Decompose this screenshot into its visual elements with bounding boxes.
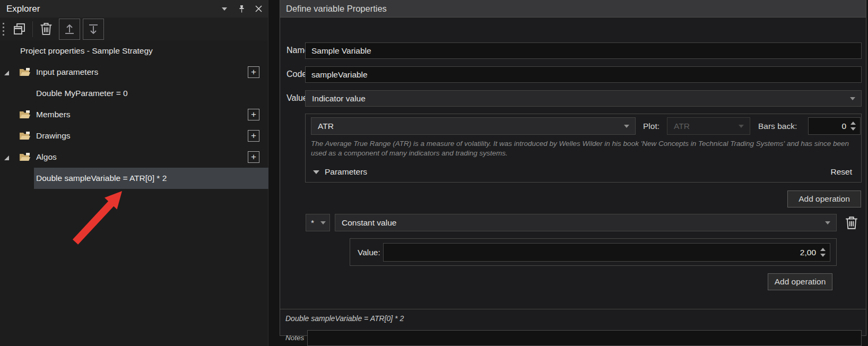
- add-operation-button[interactable]: Add operation: [768, 273, 832, 290]
- tree-label: Double MyParameter = 0: [36, 89, 128, 98]
- spinner-down-icon[interactable]: [850, 127, 856, 131]
- tree-row-members[interactable]: Members: [0, 104, 268, 125]
- constant-value-spinner[interactable]: 2,00: [383, 243, 830, 262]
- add-item-button[interactable]: [248, 151, 259, 163]
- tree-row-myparameter[interactable]: Double MyParameter = 0: [0, 83, 268, 104]
- app-window: Explorer: [0, 0, 868, 346]
- close-icon[interactable]: [254, 5, 263, 13]
- properties-panel: Define variable Properties Name Code Val…: [280, 0, 866, 336]
- tree-label: Double sampleVariable = ATR[0] * 2: [36, 174, 167, 183]
- add-item-button[interactable]: [248, 109, 259, 120]
- chevron-down-icon: [739, 125, 744, 128]
- value-type-dropdown[interactable]: Indicator value: [305, 90, 862, 107]
- chevron-down-icon: [850, 97, 855, 100]
- spinner-down-icon[interactable]: [820, 254, 826, 257]
- explorer-title: Explorer: [6, 4, 40, 14]
- tree-row-algos[interactable]: Algos: [0, 146, 268, 168]
- chevron-down-icon: [624, 125, 629, 128]
- indicator-description: The Average True Range (ATR) is a measur…: [311, 139, 856, 158]
- expand-triangle-icon[interactable]: [4, 69, 11, 75]
- tree-row-input-parameters[interactable]: Input parameters: [0, 62, 268, 83]
- properties-body: Name Code Value Indicator value ATR Plot…: [280, 18, 866, 335]
- delete-button[interactable]: [36, 19, 56, 39]
- bars-back-label: Bars back:: [758, 117, 797, 135]
- add-item-button[interactable]: [248, 130, 259, 142]
- operation-type-dropdown[interactable]: Constant value: [335, 214, 837, 231]
- explorer-tree: Project properties - Sample Strategy Inp…: [0, 40, 268, 189]
- expression-summary: Double sampleVariable = ATR[0] * 2: [285, 314, 404, 323]
- bars-back-value: 0: [809, 118, 846, 134]
- properties-title: Define variable Properties: [286, 4, 387, 14]
- tree-label: Members: [36, 110, 71, 119]
- move-down-button[interactable]: [83, 19, 104, 40]
- notes-label: Notes: [285, 330, 304, 346]
- folder-icon: [19, 152, 31, 162]
- panel-menu-icon[interactable]: [220, 5, 229, 13]
- explorer-titlebar: Explorer: [0, 0, 268, 18]
- plot-selected: ATR: [674, 122, 690, 131]
- parameters-toggle[interactable]: Parameters: [313, 164, 367, 180]
- expand-triangle-icon[interactable]: [4, 154, 11, 160]
- pin-icon[interactable]: [237, 5, 246, 13]
- operation-type-selected: Constant value: [342, 218, 396, 228]
- tree-label: Input parameters: [36, 67, 98, 77]
- operator-dropdown[interactable]: *: [306, 214, 330, 231]
- constant-value-group: Value: 2,00: [350, 238, 837, 266]
- tree-label: Algos: [36, 152, 57, 162]
- operator-selected: *: [311, 218, 314, 228]
- plot-label: Plot:: [643, 117, 659, 135]
- value-type-selected: Indicator value: [312, 94, 366, 103]
- folder-icon: [19, 131, 31, 141]
- tree-row-project[interactable]: Project properties - Sample Strategy: [0, 40, 268, 62]
- annotation-arrow: [63, 184, 132, 250]
- tree-label: Drawings: [36, 131, 71, 141]
- explorer-toolbar: [0, 18, 268, 40]
- name-input[interactable]: [305, 42, 862, 59]
- parameters-label: Parameters: [325, 167, 367, 177]
- toolbar-separator: [32, 21, 33, 37]
- notes-input[interactable]: [307, 330, 862, 346]
- bars-back-spinner[interactable]: 0: [808, 117, 861, 135]
- spinner-up-icon[interactable]: [850, 122, 856, 125]
- code-input[interactable]: [305, 66, 862, 83]
- indicator-selected: ATR: [318, 122, 334, 131]
- spinner-up-icon[interactable]: [820, 248, 826, 251]
- reset-button[interactable]: Reset: [831, 164, 853, 180]
- folder-icon: [19, 110, 31, 119]
- toolbar-drag-handle[interactable]: [3, 23, 5, 36]
- add-item-button[interactable]: [248, 66, 259, 78]
- value-label: Value: [287, 90, 308, 106]
- add-operation-button[interactable]: Add operation: [787, 191, 861, 207]
- code-label: Code: [287, 66, 307, 82]
- properties-header: Define variable Properties: [280, 0, 866, 18]
- duplicate-button[interactable]: [9, 19, 29, 39]
- indicator-section: ATR Plot: ATR Bars back: 0 The Average T…: [305, 114, 862, 183]
- plot-dropdown: ATR: [667, 117, 750, 135]
- constant-value: 2,00: [384, 244, 816, 261]
- constant-value-label: Value:: [358, 239, 380, 266]
- chevron-down-icon: [825, 221, 830, 224]
- explorer-panel: Explorer: [0, 0, 268, 346]
- tree-row-drawings[interactable]: Drawings: [0, 125, 268, 146]
- tree-label: Project properties - Sample Strategy: [20, 46, 153, 56]
- indicator-dropdown[interactable]: ATR: [311, 117, 636, 135]
- collapse-triangle-icon: [313, 170, 319, 174]
- folder-icon: [19, 67, 31, 77]
- section-divider: [280, 309, 866, 309]
- chevron-down-icon: [320, 221, 326, 224]
- delete-operation-button[interactable]: [844, 214, 860, 231]
- tree-row-samplevariable-selected[interactable]: Double sampleVariable = ATR[0] * 2: [34, 168, 268, 189]
- move-up-button[interactable]: [59, 19, 80, 40]
